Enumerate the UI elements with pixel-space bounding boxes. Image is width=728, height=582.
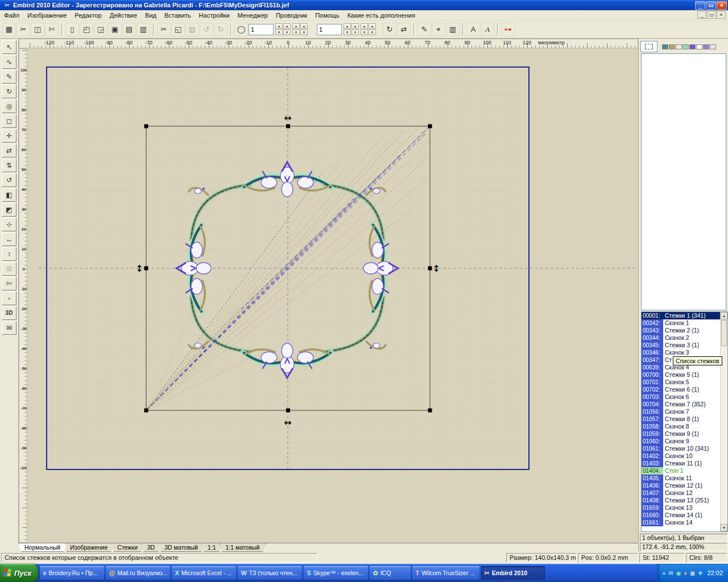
color-swatch[interactable] — [682, 44, 689, 49]
spin-down-button[interactable]: ▼ — [300, 30, 308, 35]
view-tab[interactable]: 1:1 матовый — [220, 543, 266, 552]
move-tool[interactable]: ✛ — [2, 129, 16, 143]
stitch-list-item[interactable]: 01061: Стежки 10 (341) — [642, 445, 720, 452]
scrollbar-track[interactable] — [721, 347, 727, 524]
stitch-list-item[interactable]: 01406: Стежки 12 (1) — [642, 482, 720, 489]
stitch-list-item[interactable]: 01660: Стежки 14 (1) — [642, 512, 720, 519]
stitch-list-item[interactable]: 01402: Скачок 10 — [642, 452, 720, 460]
stitch-list-item[interactable]: 00343: Стежки 2 (1) — [642, 327, 720, 334]
scroll-up-button[interactable]: ▲ — [721, 312, 727, 319]
spin-up-button[interactable]: ▲ — [300, 23, 308, 29]
spin-up-button[interactable]: ▲ — [283, 23, 291, 29]
spin-down-button[interactable]: ▼ — [283, 30, 291, 35]
stitch-list-item[interactable]: 00700: Стежки 5 (1) — [642, 371, 720, 379]
undo-button[interactable]: ↺ — [200, 23, 213, 36]
menu-item[interactable]: Менеджер — [234, 11, 272, 20]
menu-item[interactable]: Файл — [0, 11, 23, 20]
spin-down-button[interactable]: ▼ — [292, 30, 300, 35]
stitch-list-item[interactable]: 00001: Стежки 1 (341) — [642, 312, 720, 319]
mdi-restore-button[interactable]: ▭ — [707, 11, 716, 19]
stitch-list-item[interactable]: 00703: Скачок 6 — [642, 393, 720, 401]
menu-item[interactable]: Вид — [141, 11, 160, 20]
spin-up-button[interactable]: ▲ — [369, 23, 376, 29]
zoom-tool[interactable]: ◎ — [2, 99, 16, 113]
stitch-list-item[interactable]: 01403: Стежки 11 (1) — [642, 460, 720, 467]
menu-item[interactable]: Настройки — [195, 11, 234, 20]
stitch-list-item[interactable]: 01057: Стежки 8 (1) — [642, 415, 720, 423]
cut-colors-button[interactable]: ✂ — [16, 23, 30, 36]
lasso-select-tool[interactable]: ∿ — [2, 55, 16, 69]
spin-down-button[interactable]: ▼ — [344, 30, 351, 35]
stitch-list-item[interactable]: 00346: Скачок 3 — [642, 349, 720, 356]
taskbar-button[interactable]: e Broidery.Ru • Пр... — [40, 566, 104, 580]
rotate-tool[interactable]: ↻ — [2, 85, 16, 98]
tray-icon[interactable]: ◉ — [676, 570, 681, 576]
swap-axes-button[interactable]: ⇄ — [397, 23, 411, 36]
tray-icon[interactable]: « — [663, 570, 666, 576]
new-file-button[interactable]: ▯ — [65, 23, 79, 36]
skew-vertical-tool[interactable]: ◩ — [2, 203, 16, 217]
erase-stitches-button[interactable]: ✄ — [45, 23, 59, 36]
select-tool[interactable]: ↖ — [2, 40, 16, 54]
step-value-input-1[interactable] — [249, 24, 274, 35]
taskbar-button[interactable]: W ТЗ (только чтен... — [238, 566, 302, 580]
stitch-list-item[interactable]: 01408: Стежки 13 (251) — [642, 497, 720, 504]
tray-icon[interactable]: ♦ — [684, 570, 687, 576]
register-key-button[interactable]: ⊶ — [501, 23, 515, 36]
taskbar-button[interactable]: X Microsoft Excel - ... — [172, 566, 236, 580]
split-tool[interactable]: ✄ — [2, 277, 16, 290]
skew-horizontal-tool[interactable]: ◧ — [2, 188, 16, 202]
export-tool[interactable]: ✉ — [2, 321, 16, 335]
minimize-button[interactable]: _ — [695, 1, 705, 10]
stitch-list-item[interactable]: 01661: Скачок 14 — [642, 519, 720, 526]
open-file-button[interactable]: ◰ — [80, 23, 93, 36]
monogram-tool-button[interactable]: A — [481, 23, 494, 36]
spin-down-button[interactable]: ▼ — [275, 30, 283, 35]
stitch-list-item[interactable]: 00701: Скачок 5 — [642, 379, 720, 386]
stitch-edit-button[interactable]: ✎ — [417, 23, 431, 36]
stretch-vertical-tool[interactable]: ↕ — [2, 247, 16, 261]
tray-icon[interactable]: ✉ — [668, 570, 673, 576]
color-swatch[interactable] — [676, 44, 682, 49]
menu-item[interactable]: Какие есть дополнения — [344, 11, 419, 20]
measure-button[interactable]: ⌖ — [432, 23, 445, 36]
step-value-input-2[interactable] — [317, 24, 342, 35]
taskbar-button[interactable]: ✂ Embird 2010 — [481, 566, 545, 580]
import-file-button[interactable]: ◲ — [94, 23, 107, 36]
stitch-list-item[interactable]: 01058: Скачок 8 — [642, 423, 720, 430]
rotate-steps-button[interactable]: ↻ — [383, 23, 396, 36]
start-button[interactable]: Пуск — [0, 564, 38, 582]
color-swatch[interactable] — [662, 44, 668, 49]
stitch-list-scrollbar[interactable]: ▲ ▼ — [720, 312, 727, 531]
color-swatch[interactable] — [710, 44, 716, 49]
rotate-90-tool[interactable]: ↺ — [2, 173, 16, 187]
print-preview-button[interactable]: ▥ — [136, 23, 150, 36]
scrollbar-thumb[interactable] — [721, 320, 727, 346]
tray-icon[interactable]: ▣ — [690, 570, 695, 576]
spin-up-button[interactable]: ▲ — [275, 23, 283, 29]
stitch-list-item[interactable]: 00704: Стежки 7 (352) — [642, 401, 720, 408]
view-tab[interactable]: Стежки — [111, 543, 143, 552]
menu-item[interactable]: Помощь — [311, 11, 344, 20]
spin-up-button[interactable]: ▲ — [292, 23, 300, 29]
freehand-tool[interactable]: ✎ — [2, 70, 16, 84]
point-tool[interactable]: ▫ — [2, 292, 16, 305]
spin-up-button[interactable]: ▲ — [344, 23, 351, 29]
tray-icon[interactable]: ✚ — [698, 570, 702, 576]
stitch-list-item[interactable]: 01659: Скачок 13 — [642, 504, 720, 512]
view-tab[interactable]: Нормальный — [18, 543, 67, 552]
grid-tool[interactable]: ⊞ — [2, 262, 16, 276]
frame-select-tool[interactable]: ◻ — [2, 114, 16, 128]
restore-button[interactable]: ▭ — [706, 1, 716, 10]
redo-button[interactable]: ↻ — [214, 23, 228, 36]
design-workspace[interactable]: ↔ ↔ ↕ ↕ — [27, 48, 638, 543]
taskbar-button[interactable]: @ Mail.ru Визуализ... — [106, 566, 170, 580]
menu-item[interactable]: Изображение — [23, 11, 71, 20]
spin-down-button[interactable]: ▼ — [351, 30, 359, 35]
mirror-horizontal-tool[interactable]: ⇄ — [2, 144, 16, 157]
color-swatch[interactable] — [689, 44, 696, 49]
view-tab[interactable]: 1:1 — [201, 543, 222, 552]
menu-item[interactable]: Действие — [106, 11, 141, 20]
taskbar-button[interactable]: T Wilcom TrueSizer ... — [412, 566, 479, 580]
spin-up-button[interactable]: ▲ — [351, 23, 359, 29]
